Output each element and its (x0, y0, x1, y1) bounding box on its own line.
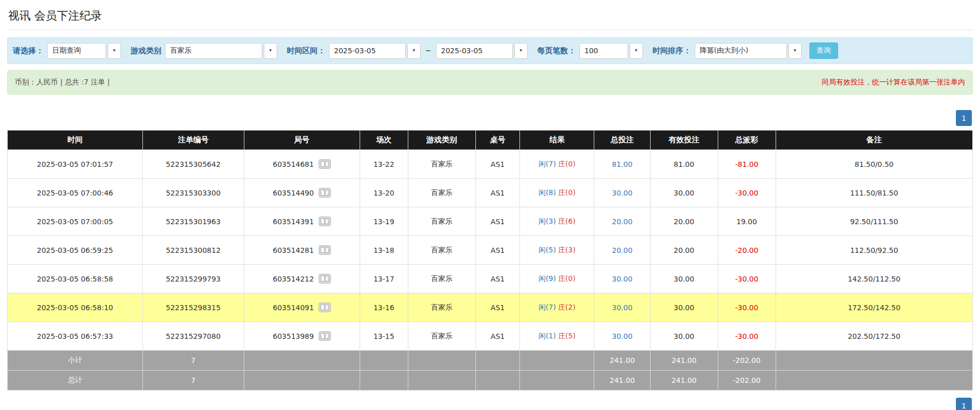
valid-bet: 30.00 (650, 265, 718, 293)
per-page-dropdown-button[interactable]: ▼ (630, 43, 643, 59)
query-type-input[interactable] (47, 43, 106, 59)
payout-value: -30.00 (735, 275, 758, 283)
table-row: 2025-03-05 07:00:05522315301963603514391… (8, 207, 973, 236)
empty-cell (520, 351, 594, 371)
page-button-1[interactable]: 1 (956, 398, 972, 410)
payout-cell: -30.00 (718, 265, 776, 293)
view-cards-icon[interactable] (319, 331, 331, 341)
summary-label: 小计 (8, 351, 143, 371)
view-cards-icon[interactable] (319, 188, 331, 198)
table-row: 2025-03-05 06:57:33522315297080603513989… (8, 322, 973, 351)
total-bet-link[interactable]: 20.00 (612, 218, 633, 226)
page-button-1[interactable]: 1 (956, 110, 972, 126)
table-body: 2025-03-05 07:01:57522315305642603514681… (8, 150, 973, 351)
total-bet-link[interactable]: 30.00 (612, 189, 633, 197)
summary-valid-bet: 241.00 (650, 371, 718, 391)
per-page-input[interactable] (579, 43, 628, 59)
game-type-dropdown-button[interactable]: ▼ (264, 43, 277, 59)
caret-down-icon: ▼ (412, 49, 416, 53)
total-bet-link[interactable]: 30.00 (612, 275, 633, 283)
cards-icon-svg (319, 188, 331, 198)
cards-icon-svg (319, 245, 331, 255)
player-result: 闲(8) (538, 188, 556, 197)
query-type-dropdown-button[interactable]: ▼ (108, 43, 121, 59)
cards-icon-svg (319, 274, 331, 284)
player-result: 闲(7) (538, 160, 556, 168)
round-id-cell: 603514391 (244, 207, 360, 236)
cards-icon-svg (319, 331, 331, 341)
game-result: 闲(8) 庄(0) (520, 179, 594, 207)
view-cards-icon[interactable] (319, 274, 331, 284)
time-sort-label: 时间排序： (653, 46, 691, 56)
summary-total-bet: 241.00 (594, 371, 650, 391)
pagination-bottom: 1 (8, 398, 972, 410)
date-to-input[interactable] (436, 43, 513, 59)
query-type-combobox: ▼ (47, 43, 121, 59)
empty-cell (776, 371, 972, 391)
view-cards-icon[interactable] (319, 159, 331, 169)
date-to-dropdown-button[interactable]: ▼ (514, 43, 528, 59)
column-header: 结果 (520, 131, 594, 150)
total-bet-cell: 30.00 (594, 322, 650, 351)
table-header-row: 时间注单编号局号场次游戏类别桌号结果总投注有效投注总派彩备注 (8, 131, 973, 150)
date-from-dropdown-button[interactable]: ▼ (407, 43, 421, 59)
column-header: 备注 (776, 131, 972, 150)
table-number: AS1 (475, 322, 520, 351)
round-number: 603514391 (273, 218, 314, 226)
game-result: 闲(7) 庄(0) (520, 150, 594, 179)
game-result: 闲(7) 庄(2) (520, 293, 594, 322)
remark: 202.50/172.50 (776, 322, 972, 351)
date-from-input[interactable] (329, 43, 406, 59)
cards-icon-svg (319, 217, 331, 226)
remark: 142.50/112.50 (776, 265, 972, 293)
title-divider (7, 30, 973, 30)
table-footer: 小计7241.00241.00-202.00总计7241.00241.00-20… (8, 351, 973, 391)
total-bet-cell: 30.00 (594, 293, 650, 322)
view-cards-icon[interactable] (319, 245, 331, 255)
total-bet-link[interactable]: 30.00 (612, 304, 633, 312)
column-header: 时间 (8, 131, 143, 150)
game-type: 百家乐 (408, 293, 475, 322)
round-number: 603514681 (273, 160, 314, 168)
date-to-combobox: ▼ (436, 43, 528, 59)
total-bet-cell: 20.00 (594, 207, 650, 236)
column-header: 桌号 (475, 131, 520, 150)
table-row: 2025-03-05 06:59:25522315300812603514281… (8, 236, 973, 265)
search-button[interactable]: 查询 (809, 42, 838, 59)
bet-id: 522315303300 (142, 179, 244, 207)
table-number: AS1 (475, 179, 520, 207)
payout-cell: 19.00 (718, 207, 776, 236)
caret-down-icon: ▼ (519, 49, 523, 53)
bet-time: 2025-03-05 07:00:46 (8, 179, 143, 207)
session: 13-18 (360, 236, 408, 265)
banker-result: 庄(0) (558, 160, 576, 168)
player-result: 闲(9) (538, 274, 556, 283)
empty-cell (776, 351, 972, 371)
view-cards-icon[interactable] (319, 217, 331, 226)
cards-icon-svg (319, 303, 331, 312)
round-number: 603514091 (273, 304, 314, 312)
bet-id: 522315299793 (142, 265, 244, 293)
round-id-cell: 603513989 (244, 322, 360, 351)
round-number: 603514212 (273, 275, 314, 283)
total-bet-cell: 20.00 (594, 236, 650, 265)
bet-time: 2025-03-05 06:57:33 (8, 322, 143, 351)
view-cards-icon[interactable] (319, 303, 331, 312)
total-bet-link[interactable]: 81.00 (612, 160, 633, 168)
column-header: 总派彩 (718, 131, 776, 150)
time-sort-input[interactable] (695, 43, 787, 59)
summary-text: 币别：人民币 | 总共 :7 注单 | (15, 78, 110, 87)
total-bet-link[interactable]: 30.00 (612, 332, 633, 340)
column-header: 有效投注 (650, 131, 718, 150)
session: 13-22 (360, 150, 408, 179)
game-result: 闲(1) 庄(5) (520, 322, 594, 351)
game-type-input[interactable] (165, 43, 262, 59)
subtotal-row: 小计7241.00241.00-202.00 (8, 351, 973, 371)
game-result: 闲(5) 庄(3) (520, 236, 594, 265)
time-sort-dropdown-button[interactable]: ▼ (788, 43, 802, 59)
payout-cell: -30.00 (718, 293, 776, 322)
summary-payout: -202.00 (718, 351, 776, 371)
total-bet-link[interactable]: 20.00 (612, 246, 633, 254)
total-bet-cell: 81.00 (594, 150, 650, 179)
valid-bet: 30.00 (650, 322, 718, 351)
